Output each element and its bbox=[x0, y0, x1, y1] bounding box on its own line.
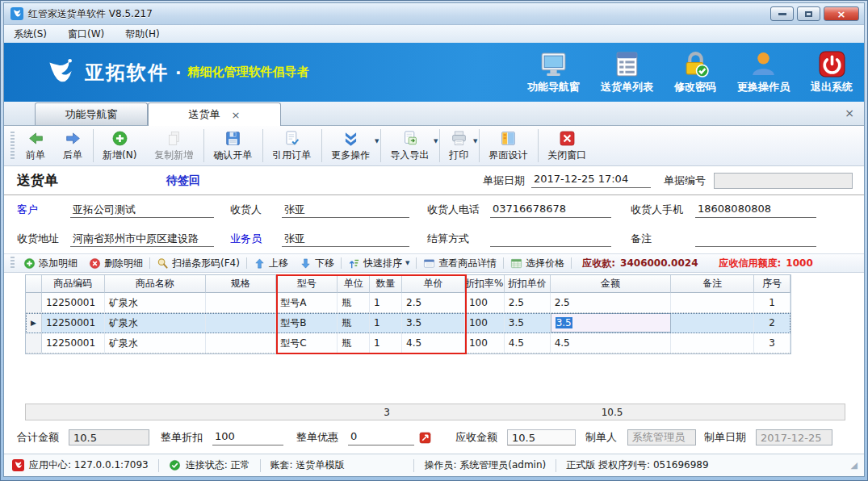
resize-grip[interactable]: ◢ bbox=[851, 460, 858, 471]
cell-discount-rate[interactable]: 100 bbox=[465, 293, 505, 312]
cell-amount[interactable]: 2.5 bbox=[551, 293, 672, 312]
banner-action-switch-operator[interactable]: 更换操作员 bbox=[737, 51, 790, 94]
toolbar-grip[interactable] bbox=[10, 132, 15, 161]
receiver-field[interactable]: 张亚 bbox=[282, 203, 409, 218]
close-button[interactable]: × bbox=[824, 6, 859, 21]
maximize-button[interactable] bbox=[797, 6, 820, 21]
cell-amount[interactable]: 3.5 bbox=[551, 313, 672, 333]
menu-item-window[interactable]: 窗口(W) bbox=[68, 27, 104, 41]
customer-label[interactable]: 客户 bbox=[17, 203, 70, 217]
cell-product-code[interactable]: 12250001 bbox=[42, 333, 105, 353]
detail-button-delete-detail[interactable]: 删除明细 bbox=[83, 257, 149, 270]
cell-qty[interactable]: 1 bbox=[370, 293, 402, 312]
column-header-remark[interactable]: 备注 bbox=[671, 275, 754, 293]
tabstrip-close-icon[interactable]: × bbox=[845, 107, 854, 119]
cell-discount-unit-price[interactable]: 2.5 bbox=[505, 293, 551, 312]
table-row[interactable]: 12250001矿泉水型号A瓶12.51002.52.51 bbox=[26, 293, 790, 313]
cell-spec[interactable] bbox=[206, 313, 277, 333]
toolbar-button-import-export[interactable]: 导入导出▼ bbox=[382, 126, 438, 165]
detail-button-quick-sort[interactable]: 快速排序▼ bbox=[342, 257, 415, 270]
column-header-unit[interactable]: 单位 bbox=[338, 275, 370, 293]
banner-action-nav-window[interactable]: 功能导航窗 bbox=[527, 51, 580, 94]
detail-button-view-product-detail[interactable]: 查看商品详情 bbox=[417, 257, 502, 270]
cell-product-name[interactable]: 矿泉水 bbox=[105, 313, 206, 333]
remark-field[interactable] bbox=[695, 232, 816, 247]
column-header-product-name[interactable]: 商品名称 bbox=[105, 275, 206, 293]
cell-discount-unit-price[interactable]: 4.5 bbox=[505, 333, 551, 353]
doc-date-field[interactable]: 2017-12-25 17:04 bbox=[531, 173, 651, 188]
toolbar-button-confirm-order[interactable]: 确认开单 bbox=[205, 126, 262, 165]
toolbar-button-new-order[interactable]: 新增(N) bbox=[94, 126, 146, 165]
toolbar-button-more-actions[interactable]: 更多操作▼ bbox=[323, 126, 379, 165]
cell-discount-rate[interactable]: 100 bbox=[465, 313, 505, 333]
cell-amount[interactable]: 4.5 bbox=[551, 333, 672, 353]
toolbar-button-refer-order[interactable]: 引用订单 bbox=[264, 126, 321, 165]
detail-button-select-price[interactable]: 选择价格 bbox=[505, 257, 570, 270]
cell-model[interactable]: 型号C bbox=[276, 333, 338, 353]
detail-button-scan-barcode[interactable]: 扫描条形码(F4) bbox=[151, 257, 245, 270]
salesman-label[interactable]: 业务员 bbox=[230, 232, 282, 246]
column-header-model[interactable]: 型号 bbox=[276, 275, 338, 293]
column-header-spec[interactable]: 规格 bbox=[206, 275, 277, 293]
banner-action-exit-system[interactable]: 退出系统 bbox=[811, 51, 853, 94]
cell-unit-price[interactable]: 4.5 bbox=[402, 333, 465, 353]
cell-unit-price[interactable]: 3.5 bbox=[402, 313, 465, 333]
dropdown-caret-icon[interactable]: ▼ bbox=[434, 138, 438, 144]
detail-button-move-down[interactable]: 下移 bbox=[294, 257, 340, 270]
column-header-amount[interactable]: 金额 bbox=[551, 275, 672, 293]
cell-unit[interactable]: 瓶 bbox=[338, 293, 370, 312]
cell-product-name[interactable]: 矿泉水 bbox=[105, 333, 206, 353]
menu-item-system[interactable]: 系统(S) bbox=[14, 27, 47, 41]
cell-discount-rate[interactable]: 100 bbox=[465, 333, 505, 353]
cell-model[interactable]: 型号B bbox=[276, 313, 338, 333]
column-header-seq[interactable]: 序号 bbox=[754, 275, 790, 293]
phone-field[interactable]: 03716678678 bbox=[490, 203, 611, 218]
cell-qty[interactable]: 1 bbox=[370, 313, 402, 333]
cell-product-code[interactable]: 12250001 bbox=[42, 293, 105, 312]
minimize-button[interactable] bbox=[770, 6, 794, 21]
cell-seq[interactable]: 3 bbox=[754, 333, 790, 353]
banner-action-delivery-list[interactable]: 送货单列表 bbox=[601, 51, 653, 94]
cell-seq[interactable]: 1 bbox=[754, 293, 790, 312]
detail-toolbar-grip[interactable] bbox=[10, 257, 15, 270]
banner-action-change-password[interactable]: 修改密码 bbox=[674, 51, 716, 94]
toolbar-button-close-window[interactable]: 关闭窗口 bbox=[539, 126, 596, 165]
column-header-discount-unit-price[interactable]: 折扣单价 bbox=[505, 275, 551, 293]
column-header-discount-rate[interactable]: 折扣率% bbox=[465, 275, 505, 293]
toolbar-button-ui-design[interactable]: 界面设计 bbox=[480, 126, 537, 165]
tab-nav-window[interactable]: 功能导航窗 bbox=[35, 102, 148, 125]
order-reduction-field[interactable]: 0 bbox=[348, 430, 414, 445]
salesman-field[interactable]: 张亚 bbox=[282, 232, 409, 247]
table-row[interactable]: 12250001矿泉水型号C瓶14.51004.54.53 bbox=[26, 333, 790, 353]
tab-delivery-order[interactable]: 送货单× bbox=[148, 102, 281, 126]
order-discount-field[interactable]: 100 bbox=[212, 430, 283, 445]
toolbar-button-prev-order[interactable]: 前单 bbox=[18, 126, 55, 165]
tab-close-icon[interactable]: × bbox=[232, 110, 241, 120]
mobile-field[interactable]: 18608080808 bbox=[695, 203, 816, 218]
cell-unit-price[interactable]: 2.5 bbox=[402, 293, 465, 312]
cell-remark[interactable] bbox=[671, 293, 754, 312]
toolbar-button-print[interactable]: 打印▼ bbox=[441, 126, 478, 165]
cell-product-name[interactable]: 矿泉水 bbox=[105, 293, 206, 312]
cell-discount-unit-price[interactable]: 3.5 bbox=[505, 313, 551, 333]
table-row[interactable]: ▶12250001矿泉水型号B瓶13.51003.53.52 bbox=[26, 313, 790, 333]
menu-item-help[interactable]: 帮助(H) bbox=[125, 27, 159, 41]
cell-seq[interactable]: 2 bbox=[754, 313, 790, 333]
column-header-product-code[interactable]: 商品编码 bbox=[42, 275, 105, 293]
column-header-unit-price[interactable]: 单价 bbox=[402, 275, 465, 293]
address-field[interactable]: 河南省郑州市中原区建设路 bbox=[70, 232, 214, 247]
toolbar-button-next-order[interactable]: 后单 bbox=[55, 126, 92, 165]
edit-amount-icon[interactable] bbox=[419, 432, 431, 444]
cell-spec[interactable] bbox=[206, 333, 277, 353]
cell-remark[interactable] bbox=[671, 313, 754, 333]
detail-button-add-detail[interactable]: 添加明细 bbox=[18, 257, 83, 270]
cell-qty[interactable]: 1 bbox=[370, 333, 402, 353]
cell-remark[interactable] bbox=[671, 333, 754, 353]
dropdown-caret-icon[interactable]: ▼ bbox=[473, 138, 477, 144]
dropdown-caret-icon[interactable]: ▼ bbox=[375, 138, 379, 144]
detail-button-move-up[interactable]: 上移 bbox=[248, 257, 294, 270]
settlement-field[interactable] bbox=[490, 232, 611, 247]
dropdown-caret-icon[interactable]: ▼ bbox=[405, 260, 409, 266]
cell-unit[interactable]: 瓶 bbox=[338, 313, 370, 333]
cell-model[interactable]: 型号A bbox=[276, 293, 338, 312]
